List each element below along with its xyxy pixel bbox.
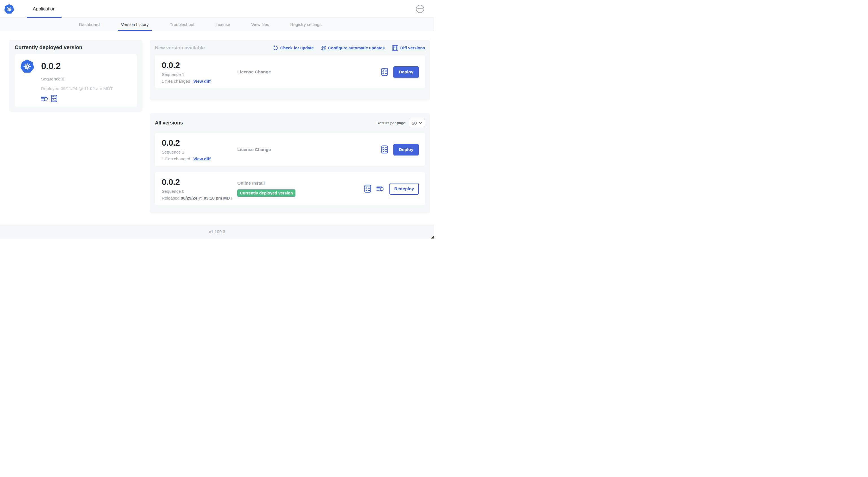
new-version-card: 0.0.2 Sequence 1 1 files changed View di… bbox=[155, 55, 425, 88]
header-spacer bbox=[62, 0, 416, 18]
view-diff-link[interactable]: View diff bbox=[193, 79, 211, 84]
view-logs-button[interactable] bbox=[41, 95, 48, 102]
new-version-title: New version available bbox=[155, 45, 205, 51]
files-changed-label: 1 files changed bbox=[162, 156, 190, 161]
results-per-page-select[interactable]: 20 bbox=[409, 118, 425, 128]
version-sequence: Sequence 0 bbox=[162, 189, 237, 193]
deployed-timestamp: Deployed 09/11/24 @ 11:02 am MDT bbox=[41, 86, 131, 91]
diff-icon bbox=[392, 45, 398, 51]
preflight-checks-button[interactable] bbox=[51, 95, 57, 102]
version-number: 0.0.2 bbox=[162, 60, 237, 70]
app-footer: v1.109.3 bbox=[0, 225, 434, 239]
app-sub-nav: Dashboard Version history Troubleshoot L… bbox=[0, 18, 434, 31]
checklist-icon bbox=[381, 68, 388, 76]
view-diff-link[interactable]: View diff bbox=[193, 156, 211, 161]
deploy-button[interactable]: Deploy bbox=[393, 144, 419, 155]
preflight-checks-button[interactable] bbox=[381, 68, 388, 76]
version-source-label: License Change bbox=[237, 147, 271, 152]
tab-view-files[interactable]: View files bbox=[251, 18, 269, 31]
version-source-label: License Change bbox=[237, 69, 271, 74]
deploy-button[interactable]: Deploy bbox=[393, 66, 419, 78]
clock-refresh-icon bbox=[321, 46, 326, 51]
currently-deployed-card: 0.0.2 Sequence 0 Deployed 09/11/24 @ 11:… bbox=[15, 54, 137, 107]
version-sequence: Sequence 1 bbox=[162, 150, 237, 154]
currently-deployed-title: Currently deployed version bbox=[15, 44, 137, 51]
all-versions-panel: All versions Results per page: 20 0.0.2 … bbox=[150, 113, 430, 213]
top-header: Application bbox=[0, 0, 434, 18]
check-for-update-link[interactable]: Check for update bbox=[273, 46, 313, 51]
version-source-label: Online Install bbox=[237, 181, 265, 186]
diff-versions-link[interactable]: Diff versions bbox=[392, 45, 425, 51]
app-logo bbox=[4, 0, 14, 18]
tab-troubleshoot[interactable]: Troubleshoot bbox=[170, 18, 194, 31]
currently-deployed-badge: Currently deployed version bbox=[237, 189, 296, 197]
configure-automatic-updates-link[interactable]: Configure automatic updates bbox=[321, 46, 385, 51]
version-row: 0.0.2 Sequence 1 1 files changed View di… bbox=[155, 133, 425, 166]
preflight-checks-button[interactable] bbox=[364, 185, 371, 193]
kubernetes-app-icon bbox=[20, 59, 34, 73]
version-released-timestamp: Released 08/29/24 @ 03:18 pm MDT bbox=[162, 196, 237, 200]
files-changed-label: 1 files changed bbox=[162, 79, 190, 84]
app-tab-application[interactable]: Application bbox=[27, 0, 62, 18]
chevron-down-icon bbox=[419, 122, 422, 124]
version-history-page: Currently deployed version 0.0.2 Sequenc… bbox=[0, 31, 434, 213]
version-row: 0.0.2 Sequence 0 Released 08/29/24 @ 03:… bbox=[155, 172, 425, 205]
version-sequence: Sequence 1 bbox=[162, 72, 237, 77]
console-version: v1.109.3 bbox=[209, 229, 225, 234]
checklist-icon bbox=[381, 145, 388, 153]
checklist-icon bbox=[364, 185, 371, 193]
refresh-icon bbox=[273, 46, 278, 51]
ellipsis-icon bbox=[417, 8, 419, 9]
results-per-page-label: Results per page: bbox=[376, 121, 406, 125]
deployed-version-number: 0.0.2 bbox=[41, 61, 61, 71]
tab-registry-settings[interactable]: Registry settings bbox=[290, 18, 322, 31]
tab-version-history[interactable]: Version history bbox=[121, 18, 148, 31]
view-logs-button[interactable] bbox=[376, 185, 384, 192]
redeploy-button[interactable]: Redeploy bbox=[390, 183, 419, 195]
kubernetes-logo-icon bbox=[4, 4, 14, 14]
tab-dashboard[interactable]: Dashboard bbox=[79, 18, 100, 31]
overflow-menu-button[interactable] bbox=[416, 5, 424, 13]
checklist-icon bbox=[51, 95, 57, 102]
logs-icon bbox=[376, 185, 384, 192]
version-number: 0.0.2 bbox=[162, 177, 237, 187]
deployed-sequence: Sequence 0 bbox=[41, 77, 131, 82]
currently-deployed-panel: Currently deployed version 0.0.2 Sequenc… bbox=[9, 40, 143, 112]
new-version-panel: New version available Check for update bbox=[150, 40, 430, 100]
logs-icon bbox=[41, 95, 48, 102]
preflight-checks-button[interactable] bbox=[381, 145, 388, 153]
tab-license[interactable]: License bbox=[216, 18, 230, 31]
version-number: 0.0.2 bbox=[162, 138, 237, 148]
all-versions-title: All versions bbox=[155, 120, 183, 126]
